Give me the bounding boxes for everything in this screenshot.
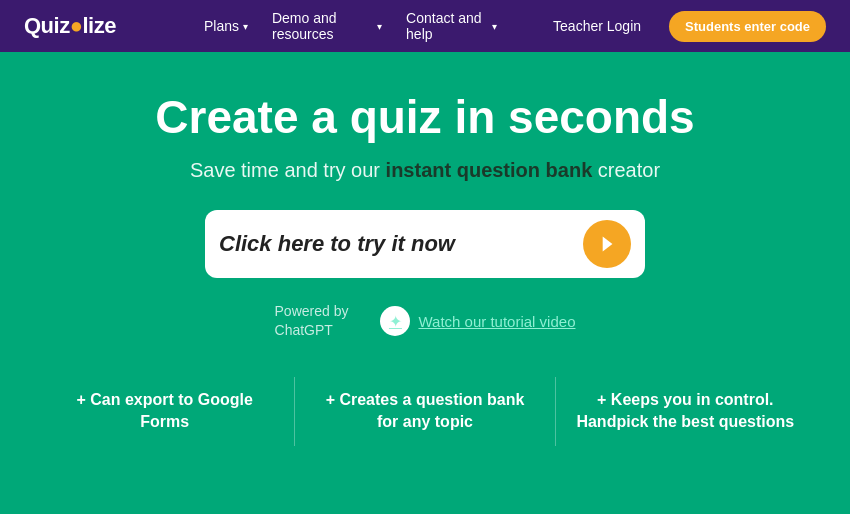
nav-plans[interactable]: Plans ▾	[204, 18, 248, 34]
arrow-right-icon	[594, 231, 620, 257]
feature-item-2: + Creates a question bank for any topic	[295, 377, 555, 446]
hero-subtitle: Save time and try our instant question b…	[20, 159, 830, 182]
cta-box[interactable]: Click here to try it now	[205, 210, 645, 278]
navbar: Quiz●lize Plans ▾ Demo and resources ▾ C…	[0, 0, 850, 52]
hero-title: Create a quiz in seconds	[20, 92, 830, 143]
students-enter-button[interactable]: Students enter code	[669, 11, 826, 42]
cta-text: Click here to try it now	[219, 231, 583, 257]
nav-links: Plans ▾ Demo and resources ▾ Contact and…	[204, 10, 497, 42]
teacher-login-button[interactable]: Teacher Login	[553, 18, 641, 34]
logo[interactable]: Quiz●lize	[24, 13, 116, 39]
nav-demo[interactable]: Demo and resources ▾	[272, 10, 382, 42]
chevron-down-icon: ▾	[492, 21, 497, 32]
chatgpt-icon: ✦	[380, 306, 410, 336]
hero-section: Create a quiz in seconds Save time and t…	[0, 52, 850, 514]
nav-contact[interactable]: Contact and help ▾	[406, 10, 497, 42]
cta-arrow-button[interactable]	[583, 220, 631, 268]
chevron-down-icon: ▾	[243, 21, 248, 32]
feature-item-1: + Can export to Google Forms	[35, 377, 295, 446]
hero-meta: Powered by ChatGPT ✦ Watch our tutorial …	[20, 302, 830, 341]
feature-item-3: + Keeps you in control. Handpick the bes…	[556, 377, 815, 446]
features-list: + Can export to Google Forms + Creates a…	[35, 377, 815, 446]
chevron-down-icon: ▾	[377, 21, 382, 32]
powered-by-text: Powered by ChatGPT	[275, 302, 349, 341]
tutorial-link[interactable]: ✦ Watch our tutorial video	[380, 306, 575, 336]
